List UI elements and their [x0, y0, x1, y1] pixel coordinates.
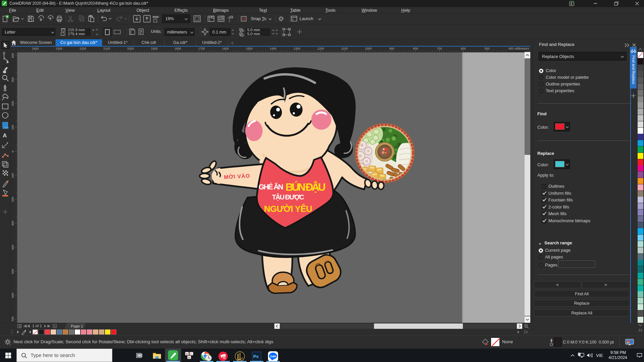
svg-text:Page 1: Page 1 — [71, 324, 83, 328]
svg-text:BÚN ĐẬU: BÚN ĐẬU — [285, 181, 326, 193]
svg-text:Ps: Ps — [253, 354, 259, 359]
svg-text:n: n — [188, 356, 190, 359]
svg-text:u: u — [186, 352, 188, 355]
svg-text:PDF: PDF — [153, 15, 159, 19]
svg-text:GHÉ ĂN: GHÉ ĂN — [259, 183, 283, 191]
svg-text:x: x — [243, 29, 245, 32]
svg-text:Zalo: Zalo — [270, 355, 276, 358]
svg-text:TẬU ĐƯỢC: TẬU ĐƯỢC — [272, 193, 304, 201]
svg-text:NGƯỜI YÊU: NGƯỜI YÊU — [264, 204, 312, 214]
svg-text:i: i — [191, 352, 191, 355]
svg-text:A: A — [3, 132, 7, 139]
svg-text:y: y — [243, 34, 245, 37]
